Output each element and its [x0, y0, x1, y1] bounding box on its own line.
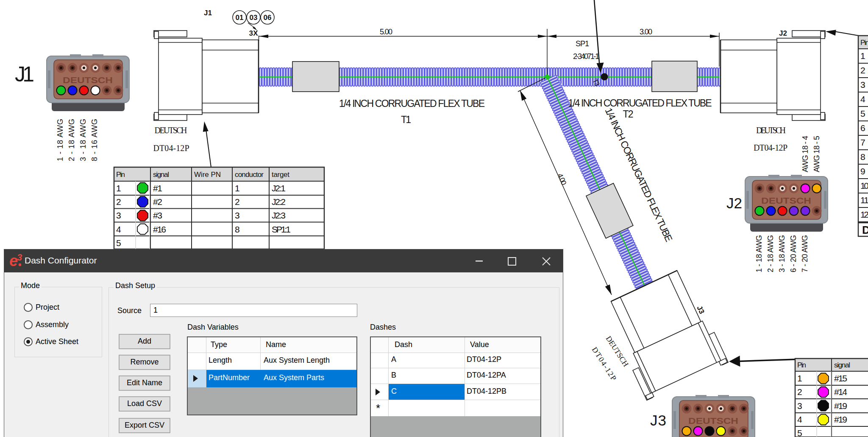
- svg-text:2: 2: [235, 197, 240, 207]
- svg-text:signal: signal: [153, 171, 169, 179]
- svg-text:#2: #2: [153, 197, 162, 207]
- svg-text:6 - 20 AWG: 6 - 20 AWG: [789, 235, 798, 272]
- svg-text:2 - 18 AWG: 2 - 18 AWG: [67, 119, 76, 161]
- svg-text:SP1:1: SP1:1: [272, 224, 291, 234]
- svg-text:1 - 18 AWG: 1 - 18 AWG: [56, 119, 64, 161]
- svg-text:#19: #19: [834, 415, 847, 424]
- svg-text:Pin: Pin: [797, 361, 806, 369]
- svg-text:D: D: [862, 224, 868, 236]
- svg-text:01: 01: [236, 14, 244, 22]
- svg-text:06: 06: [264, 14, 272, 22]
- svg-text:AWG 18 - 5: AWG 18 - 5: [812, 136, 821, 172]
- svg-text:J3: J3: [650, 412, 666, 429]
- svg-text:2-34071-1: 2-34071-1: [573, 52, 599, 61]
- svg-text:3: 3: [17, 252, 22, 263]
- svg-text:3 - 18 AWG: 3 - 18 AWG: [778, 235, 786, 272]
- svg-text:3: 3: [797, 401, 802, 411]
- svg-text:3: 3: [235, 210, 240, 220]
- svg-text:8 - 16 AWG: 8 - 16 AWG: [90, 119, 99, 161]
- svg-text:5: 5: [797, 428, 802, 437]
- svg-text:#19: #19: [834, 401, 847, 411]
- svg-text:DEUTSCH: DEUTSCH: [604, 334, 630, 368]
- svg-text:J2:2: J2:2: [272, 197, 286, 207]
- svg-text:7: 7: [860, 137, 865, 147]
- svg-text:J2: J2: [726, 195, 742, 211]
- svg-text:1: 1: [116, 183, 121, 193]
- svg-text:target: target: [272, 171, 289, 179]
- svg-text:J2:1: J2:1: [272, 183, 286, 193]
- svg-text:T2: T2: [623, 109, 634, 120]
- svg-text:#14: #14: [834, 387, 847, 397]
- svg-text:DT04-12P: DT04-12P: [754, 143, 787, 152]
- svg-text:1/4 INCH CORRUGATED FLEX TUBE: 1/4 INCH CORRUGATED FLEX TUBE: [339, 98, 485, 109]
- svg-text:2 - 18 AWG: 2 - 18 AWG: [766, 235, 775, 272]
- svg-text:1 - 18 AWG: 1 - 18 AWG: [755, 235, 763, 272]
- svg-text:5: 5: [116, 238, 121, 248]
- svg-text:4.00: 4.00: [556, 172, 568, 186]
- svg-text:03: 03: [250, 14, 258, 22]
- svg-text:8: 8: [235, 224, 240, 234]
- svg-text:3.00: 3.00: [640, 28, 652, 36]
- svg-text:1/4 INCH CORRUGATED FLEX TUBE: 1/4 INCH CORRUGATED FLEX TUBE: [568, 98, 712, 109]
- svg-text:12: 12: [860, 210, 868, 219]
- svg-text:2: 2: [116, 197, 121, 207]
- svg-text:T1: T1: [401, 114, 411, 125]
- svg-text:Pin: Pin: [860, 39, 868, 47]
- svg-text:3: 3: [860, 80, 865, 90]
- svg-text:SP1: SP1: [576, 39, 589, 48]
- svg-text:4: 4: [797, 415, 802, 424]
- svg-text:#3: #3: [153, 210, 162, 220]
- svg-text:J2:3: J2:3: [272, 210, 286, 220]
- svg-text:conductor: conductor: [235, 171, 264, 179]
- svg-text:DT04-12P: DT04-12P: [153, 143, 189, 153]
- svg-text:5.00: 5.00: [380, 28, 392, 36]
- svg-text:1: 1: [235, 183, 240, 193]
- svg-text:signal: signal: [834, 361, 850, 369]
- svg-text:1: 1: [860, 51, 865, 61]
- svg-text:J1: J1: [204, 9, 212, 17]
- svg-text:5: 5: [860, 109, 865, 118]
- svg-text:2: 2: [860, 65, 865, 75]
- svg-text:4: 4: [860, 94, 865, 104]
- svg-text:Wire PN: Wire PN: [194, 171, 221, 179]
- svg-text:#1: #1: [153, 183, 162, 193]
- svg-text:2: 2: [797, 387, 802, 397]
- svg-text:8: 8: [860, 152, 865, 162]
- svg-text:3: 3: [116, 210, 121, 220]
- svg-text:Pin: Pin: [116, 171, 125, 179]
- svg-text:DEUTSCH: DEUTSCH: [756, 126, 786, 135]
- svg-text:J2: J2: [779, 29, 787, 37]
- svg-text:11: 11: [860, 195, 868, 205]
- svg-text:#15: #15: [834, 373, 847, 383]
- svg-text:9: 9: [860, 166, 865, 176]
- svg-text:DEUTSCH: DEUTSCH: [155, 126, 187, 135]
- svg-text:3 - 18 AWG: 3 - 18 AWG: [79, 119, 87, 161]
- svg-text:#16: #16: [153, 224, 166, 234]
- svg-text:10: 10: [860, 181, 868, 190]
- svg-text:3X: 3X: [249, 29, 259, 37]
- svg-text:J1: J1: [15, 62, 34, 86]
- svg-text:6: 6: [860, 123, 865, 133]
- svg-text:7 - 20 AWG: 7 - 20 AWG: [801, 235, 809, 272]
- svg-text:AWG 18 - 4: AWG 18 - 4: [801, 136, 810, 172]
- svg-text:1: 1: [797, 373, 802, 383]
- svg-text:4: 4: [116, 224, 121, 234]
